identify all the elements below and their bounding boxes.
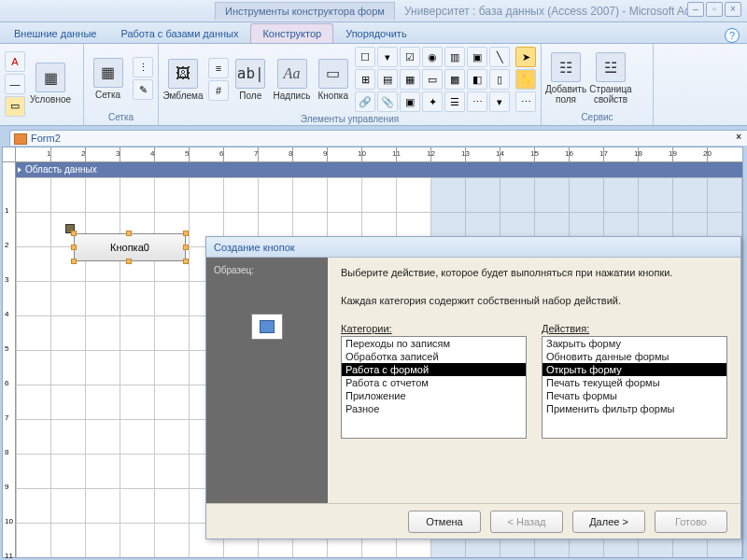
next-button[interactable]: Далее > (572, 511, 645, 533)
grid-ext2-icon[interactable]: ✎ (133, 79, 153, 100)
list-item[interactable]: Печать текущей формы (543, 376, 726, 389)
list-item[interactable]: Обновить данные формы (543, 350, 726, 363)
app-title: Университет : база данных (Access 2007) … (404, 5, 712, 18)
list-item[interactable]: Работа с формой (342, 363, 526, 376)
grid-label: Сетка (95, 90, 120, 100)
ctrl-ole-icon[interactable]: ▣ (400, 91, 420, 112)
minimize-button[interactable]: – (687, 2, 704, 17)
form-icon (14, 133, 27, 145)
back-button[interactable]: < Назад (490, 511, 563, 533)
wizard-instruction-2: Каждая категория содержит собственный на… (341, 295, 727, 306)
wizard-sample-label: Образец: (214, 265, 254, 275)
select-tool-icon[interactable]: ➤ (515, 47, 536, 67)
ctrl-chart-icon[interactable]: ▥ (444, 47, 465, 67)
selection-handle[interactable] (183, 259, 189, 264)
ctrl-toggle-icon[interactable]: ⊞ (355, 69, 375, 90)
label-button[interactable]: Aa Надпись (272, 57, 313, 103)
form-icon (260, 320, 275, 333)
detail-section-header[interactable]: Область данных (16, 162, 742, 177)
ruler-horizontal: 1234567891011121314151617181920 (16, 147, 742, 162)
ctrl-rect-icon[interactable]: ▭ (422, 69, 443, 90)
ctrl-ext-b-icon[interactable]: # (208, 80, 229, 101)
more-controls-icon[interactable]: ⋯ (515, 91, 536, 112)
property-sheet-button[interactable]: ☳ Страница свойств (590, 50, 631, 106)
help-icon[interactable]: ? (725, 28, 740, 43)
ctrl-ext-a-icon[interactable]: ≡ (208, 58, 229, 78)
actions-label: Действия: (542, 323, 727, 334)
ctrl-option-icon[interactable]: ◉ (422, 47, 443, 67)
tab-designer[interactable]: Конструктор (250, 23, 333, 43)
ctrl-image-icon[interactable]: ▣ (467, 47, 487, 67)
close-button[interactable]: × (725, 2, 741, 17)
font-color-icon[interactable]: A (5, 51, 25, 72)
ctrl-subform-icon[interactable]: ▦ (400, 69, 420, 90)
form-close-icon[interactable]: × (736, 132, 741, 142)
selection-handle[interactable] (126, 231, 132, 236)
ctrl-tab-icon[interactable]: ▤ (377, 69, 398, 90)
categories-label: Категории: (341, 323, 527, 334)
wizard-title: Создание кнопок (206, 237, 740, 258)
command-button-caption: Кнопка0 (110, 242, 149, 253)
property-sheet-label: Страница свойств (589, 84, 631, 105)
ctrl-line-icon[interactable]: ╲ (489, 47, 510, 67)
selection-handle[interactable] (126, 259, 132, 264)
list-item[interactable]: Работа с отчетом (342, 376, 526, 389)
ribbon-group-service: ☷ Добавить поля ☳ Страница свойств Серви… (542, 44, 654, 125)
command-button-control[interactable]: Кнопка0 (74, 233, 186, 261)
ctrl-combo-icon[interactable]: ▾ (377, 47, 398, 67)
mdi-area: Form2 × 1234567891011121314151617181920 … (0, 126, 747, 560)
ctrl-ext7-icon[interactable]: ▾ (489, 91, 510, 112)
detail-section-label: Область данных (25, 164, 97, 175)
list-item[interactable]: Открыть форму (543, 363, 726, 376)
ctrl-ext6-icon[interactable]: ⋯ (467, 91, 487, 112)
ruler-corner (3, 147, 16, 162)
fill-color-icon[interactable]: ▭ (5, 96, 25, 117)
list-item[interactable]: Разное (342, 402, 526, 415)
tab-db-tools[interactable]: Работа с базами данных (108, 23, 250, 43)
commandbutton-button[interactable]: ▭ Кнопка (316, 57, 350, 103)
wizard-button-bar: Отмена < Назад Далее > Готово (206, 503, 740, 539)
ribbon-tabs: Внешние данные Работа с базами данных Ко… (0, 22, 747, 44)
selection-handle[interactable] (71, 259, 77, 264)
ctrl-unbound-icon[interactable]: ◧ (467, 69, 487, 90)
textbox-button[interactable]: ab| Поле (233, 57, 268, 103)
emblem-button[interactable]: 🖼 Эмблема (162, 57, 204, 103)
add-fields-label: Добавить поля (545, 84, 586, 105)
grid-ext1-icon[interactable]: ⋮ (133, 57, 153, 77)
wizard-main-panel: Выберите действие, которое будет выполня… (328, 258, 740, 503)
list-item[interactable]: Печать формы (543, 389, 726, 402)
cancel-button[interactable]: Отмена (408, 511, 481, 533)
selection-handle[interactable] (71, 231, 77, 236)
restore-button[interactable]: ▫ (706, 2, 723, 17)
conditional-formatting-button[interactable]: ▦ Условное (30, 61, 71, 106)
title-bar: Инструменты конструктора форм Университе… (0, 0, 747, 22)
ctrl-listbox-icon[interactable]: ☐ (355, 47, 375, 67)
ctrl-attach-icon[interactable]: 📎 (377, 91, 398, 112)
button-ctrl-label: Кнопка (317, 91, 347, 101)
list-item[interactable]: Закрыть форму (543, 337, 726, 350)
selection-handle[interactable] (183, 231, 189, 236)
form-tab[interactable]: Form2 (9, 130, 747, 146)
ctrl-checkbox-icon[interactable]: ☑ (400, 47, 420, 67)
ctrl-hyperlink-icon[interactable]: 🔗 (355, 91, 375, 112)
tab-external-data[interactable]: Внешние данные (2, 23, 108, 43)
list-item[interactable]: Переходы по записям (342, 337, 526, 350)
ctrl-ext5-icon[interactable]: ☰ (444, 91, 465, 112)
add-fields-button[interactable]: ☷ Добавить поля (545, 50, 586, 106)
list-item[interactable]: Приложение (342, 389, 526, 402)
categories-listbox[interactable]: Переходы по записямОбработка записейРабо… (341, 336, 527, 439)
selection-handle[interactable] (183, 245, 189, 250)
line-type-icon[interactable]: — (5, 74, 25, 94)
ctrl-page-icon[interactable]: ▯ (489, 69, 510, 90)
finish-button[interactable]: Готово (655, 511, 727, 533)
grid-button[interactable]: ▦ Сетка (88, 56, 128, 102)
actions-listbox[interactable]: Закрыть формуОбновить данные формыОткрыт… (542, 336, 727, 439)
wizard-tool-icon[interactable]: ✨ (515, 69, 536, 90)
list-item[interactable]: Обработка записей (342, 350, 526, 363)
tab-arrange[interactable]: Упорядочить (333, 23, 418, 43)
ruler-vertical: 123456789101112 (3, 162, 16, 557)
selection-handle[interactable] (71, 245, 77, 250)
ctrl-activex-icon[interactable]: ✦ (422, 91, 443, 112)
ctrl-bound-icon[interactable]: ▩ (444, 69, 465, 90)
list-item[interactable]: Применить фильтр формы (543, 402, 726, 415)
